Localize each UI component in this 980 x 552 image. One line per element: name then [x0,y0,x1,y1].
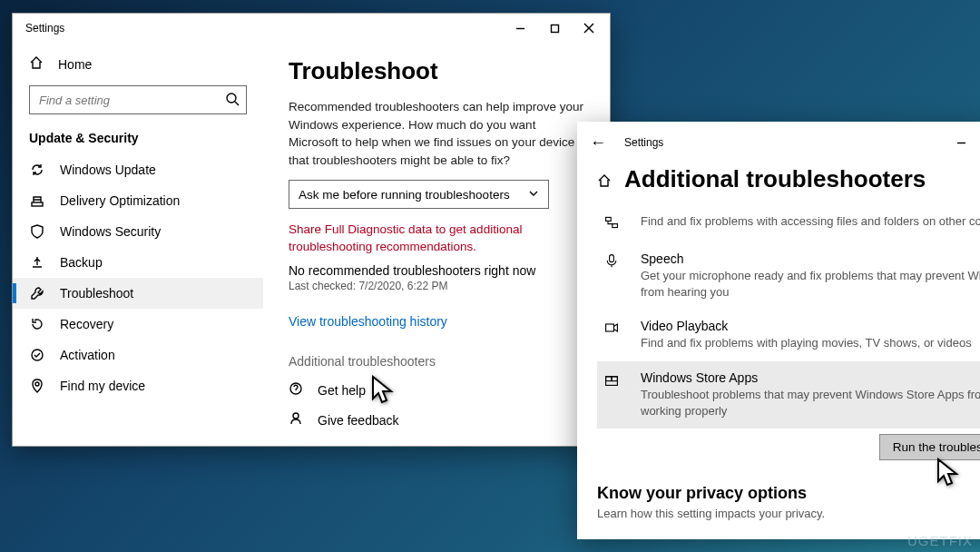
svg-rect-21 [612,376,617,380]
back-button[interactable]: ← [590,133,606,153]
store-icon [604,370,624,419]
troubleshoot-description: Recommended troubleshooters can help imp… [289,98,584,169]
mic-icon [604,251,624,301]
watermark: UGETFIX [907,533,973,548]
settings-window-main: Settings Home Update & Security Windows … [12,13,611,447]
sidebar-item-activation[interactable]: Activation [13,340,263,370]
svg-point-8 [35,382,39,386]
svg-rect-20 [606,376,612,380]
window-body: Home Update & Security Windows Update De… [13,43,610,446]
main-content: Troubleshoot Recommended troubleshooters… [263,43,610,446]
recovery-icon [29,317,45,331]
settings-window-additional: ← Settings Additional troubleshooters Fi… [577,122,980,539]
sidebar-item-label: Recovery [60,317,113,331]
svg-point-7 [32,350,43,360]
sidebar-item-windows-security[interactable]: Windows Security [13,216,263,247]
troubleshooter-title: Video Playback [641,319,972,333]
troubleshooter-item-shared-folders[interactable]: Find and fix problems with accessing fil… [597,204,980,242]
maximize-button[interactable] [537,15,572,42]
window-title: Settings [624,136,663,149]
video-icon [604,319,624,351]
sidebar-item-label: Troubleshoot [60,286,133,301]
sidebar-item-find-my-device[interactable]: Find my device [13,370,263,401]
window-body: Additional troubleshooters Find and fix … [577,163,980,552]
titlebar: Settings [13,14,610,43]
sidebar-item-label: Delivery Optimization [60,193,180,208]
last-checked-text: Last checked: 7/2/2020, 6:22 PM [289,280,584,292]
give-feedback-link[interactable]: Give feedback [289,411,584,429]
search-input[interactable] [29,85,247,114]
troubleshooter-title: Speech [641,251,980,266]
delivery-icon [29,193,45,208]
no-recommendations-text: No recommended troubleshooters right now [289,263,584,278]
svg-rect-17 [610,255,614,262]
troubleshooter-preference-dropdown[interactable]: Ask me before running troubleshooters [289,180,549,209]
sidebar: Home Update & Security Windows Update De… [13,43,263,446]
sidebar-item-label: Windows Security [60,224,161,239]
run-troubleshooter-button[interactable]: Run the troubleshooter [879,434,980,460]
sync-icon [29,163,45,177]
dropdown-value: Ask me before running troubleshooters [299,188,510,202]
minimize-button[interactable] [503,15,537,42]
help-icon [289,381,305,399]
home-icon[interactable] [597,173,612,192]
svg-rect-1 [551,25,558,32]
privacy-desc: Learn how this setting impacts your priv… [597,507,980,520]
troubleshooter-desc: Find and fix problems with accessing fil… [641,213,980,230]
troubleshooter-item-speech[interactable]: Speech Get your microphone ready and fix… [597,242,980,310]
troubleshooter-item-video-playback[interactable]: Video Playback Find and fix problems wit… [597,310,980,360]
troubleshooter-desc: Find and fix problems with playing movie… [641,335,972,351]
backup-icon [29,255,45,270]
home-label: Home [58,57,92,72]
page-heading: Troubleshoot [289,57,584,85]
troubleshooter-desc: Get your microphone ready and fix proble… [641,268,980,301]
additional-troubleshooters-link[interactable]: Additional troubleshooters [289,354,584,369]
privacy-heading: Know your privacy options [597,484,980,503]
network-icon [604,213,624,233]
sidebar-item-label: Windows Update [60,163,156,177]
shield-icon [29,224,45,239]
sidebar-item-label: Find my device [60,379,145,393]
window-title: Settings [25,22,503,34]
troubleshooter-desc: Troubleshoot problems that may prevent W… [641,387,980,419]
home-nav[interactable]: Home [13,48,263,80]
sidebar-item-recovery[interactable]: Recovery [13,309,263,340]
sidebar-item-backup[interactable]: Backup [13,247,263,278]
minimize-button[interactable] [944,129,978,156]
give-feedback-label: Give feedback [318,413,399,428]
wrench-icon [29,286,45,301]
home-icon [29,55,44,73]
page-heading: Additional troubleshooters [624,165,926,193]
svg-point-10 [293,413,299,419]
search-container [29,85,247,114]
svg-rect-18 [606,324,614,331]
sidebar-item-troubleshoot[interactable]: Troubleshoot [13,278,263,309]
troubleshooter-title: Windows Store Apps [641,370,980,385]
svg-rect-16 [612,224,618,228]
close-button[interactable] [572,15,606,42]
search-icon [225,92,240,110]
view-history-link[interactable]: View troubleshooting history [289,314,584,329]
sidebar-item-delivery-optimization[interactable]: Delivery Optimization [13,185,263,216]
get-help-link[interactable]: Get help [289,381,584,399]
diagnostic-data-link[interactable]: Share Full Diagnostic data to get additi… [289,222,584,256]
section-heading: Update & Security [13,127,263,154]
troubleshooter-item-windows-store-apps[interactable]: Windows Store Apps Troubleshoot problems… [597,361,980,429]
svg-rect-15 [606,217,612,221]
find-icon [29,379,45,393]
sidebar-item-label: Activation [60,348,115,362]
svg-rect-6 [32,202,43,206]
svg-line-5 [235,102,239,105]
sidebar-item-windows-update[interactable]: Windows Update [13,154,263,185]
svg-point-4 [227,94,236,103]
titlebar: ← Settings [577,122,980,163]
get-help-label: Get help [318,383,366,398]
chevron-down-icon [528,188,539,202]
sidebar-item-label: Backup [60,255,103,270]
activation-icon [29,348,45,362]
feedback-icon [289,411,305,429]
